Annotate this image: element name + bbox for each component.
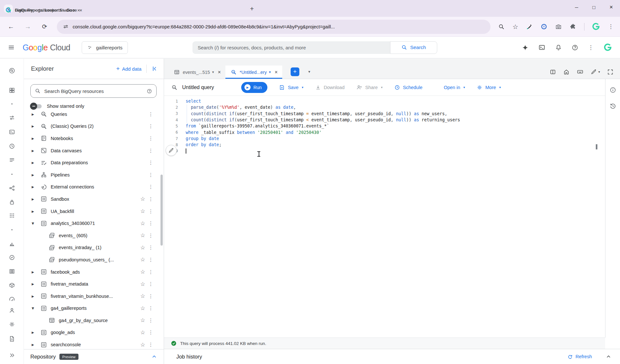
monitoring-icon[interactable]	[9, 296, 15, 303]
star-icon[interactable]: ☆	[138, 220, 148, 227]
account-avatar[interactable]	[603, 43, 612, 52]
tab-menu-caret-icon[interactable]: ▾	[269, 70, 271, 74]
apps-icon[interactable]	[9, 212, 15, 219]
address-bar[interactable]: console.cloud.google.com/bigquery?tc=eur…	[57, 20, 491, 34]
expander-icon[interactable]	[32, 148, 40, 154]
reload-button[interactable]: ⟳	[40, 23, 49, 30]
repository-section[interactable]: Repository Preview	[24, 349, 164, 364]
sql-workspace-icon[interactable]	[9, 129, 15, 135]
expand-rail-icon[interactable]	[9, 352, 15, 359]
expander-icon[interactable]	[32, 342, 40, 348]
expander-icon[interactable]	[32, 208, 40, 214]
discover-icon[interactable]	[9, 254, 15, 261]
columns-icon[interactable]	[9, 268, 15, 275]
docs-icon[interactable]	[9, 336, 15, 342]
download-button[interactable]: Download	[315, 85, 345, 90]
zoom-icon[interactable]	[498, 24, 505, 30]
more-options-icon[interactable]: ⋮	[148, 220, 154, 226]
gemini-icon[interactable]	[522, 44, 529, 51]
expander-icon[interactable]	[32, 184, 40, 190]
tree-row[interactable]: facebook_ads ☆ ⋮	[24, 266, 159, 278]
browser-tab[interactable]: BigQuery – gaillereports – Goo ×	[0, 3, 84, 17]
star-icon[interactable]: ☆	[138, 305, 148, 312]
editor-tab[interactable]: *Untitled...ery ▾ ×	[225, 66, 282, 79]
star-icon[interactable]: ☆	[138, 244, 148, 251]
navigation-menu-icon[interactable]	[8, 44, 15, 51]
star-icon[interactable]: ☆	[138, 341, 148, 348]
welcome-home-icon[interactable]	[563, 69, 570, 75]
expander-icon[interactable]	[32, 269, 40, 275]
extensions-icon[interactable]	[570, 23, 576, 30]
back-button[interactable]: ←	[6, 23, 16, 30]
expander-icon[interactable]	[32, 196, 40, 202]
add-data-button[interactable]: + Add data	[116, 65, 141, 72]
tab-close-icon[interactable]: ×	[77, 7, 80, 13]
star-icon[interactable]: ☆	[138, 329, 148, 336]
tab-menu-caret-icon[interactable]: ▾	[212, 70, 214, 74]
code-line[interactable]: 9	[164, 148, 605, 154]
more-options-icon[interactable]: ⋮	[148, 257, 154, 263]
browser-profile-avatar[interactable]	[592, 22, 600, 31]
expander-icon[interactable]	[32, 329, 40, 335]
code-line[interactable]: 7group by date	[164, 136, 605, 142]
close-tab-icon[interactable]: ×	[218, 69, 221, 75]
schedule-button[interactable]: Schedule	[394, 85, 422, 90]
expander-icon[interactable]	[32, 123, 40, 129]
expander-icon[interactable]	[32, 160, 40, 166]
code-line[interactable]: 6where _table_suffix between '20250401' …	[164, 129, 605, 136]
tree-row[interactable]: analytics_340360071 ☆ ⋮	[24, 217, 159, 229]
more-options-icon[interactable]: ⋮	[148, 269, 154, 275]
star-icon[interactable]: ☆	[138, 268, 148, 275]
code-line[interactable]: 8order by date;	[164, 142, 605, 148]
code-line[interactable]: 1select	[164, 98, 605, 104]
password-extension-icon[interactable]	[541, 23, 547, 30]
resource-search-input[interactable]: Search BigQuery resources	[30, 84, 157, 98]
tree-row[interactable]: fivetran_vitamin_bunkhouse... ☆ ⋮	[24, 290, 159, 302]
more-options-icon[interactable]: ⋮	[148, 172, 154, 178]
tree-row[interactable]: fivetran_metadata ☆ ⋮	[24, 278, 159, 290]
code-line[interactable]: 5from `gaillereports-399507.analytics_34…	[164, 123, 605, 129]
more-options-icon[interactable]: ⋮	[148, 160, 154, 166]
star-icon[interactable]: ☆	[138, 256, 148, 263]
run-button[interactable]: ▶ Run	[241, 82, 268, 93]
forward-button[interactable]: →	[23, 23, 32, 30]
more-button[interactable]: More▾	[477, 85, 501, 90]
star-icon[interactable]: ☆	[138, 208, 148, 215]
star-icon[interactable]: ☆	[138, 196, 148, 202]
tree-row[interactable]: UA_backfill ☆ ⋮	[24, 205, 159, 217]
expand-repository-icon[interactable]	[151, 354, 157, 360]
divider-dot-icon[interactable]	[9, 171, 15, 177]
star-icon[interactable]: ☆	[138, 293, 148, 299]
more-options-icon[interactable]: ⋮	[148, 281, 154, 287]
divider-dot-icon[interactable]	[9, 101, 15, 107]
tree-row[interactable]: events_intraday_ (1) ☆ ⋮	[24, 242, 159, 254]
bookmark-star-icon[interactable]: ☆	[512, 23, 518, 31]
more-options-icon[interactable]: ⋮	[148, 233, 154, 238]
tree-row[interactable]: events_ (605) ☆ ⋮	[24, 229, 159, 242]
help-icon[interactable]	[572, 44, 578, 51]
more-options-icon[interactable]: ⋮	[148, 136, 154, 141]
more-options-icon[interactable]: ⋮	[148, 342, 154, 348]
cloud-shell-icon[interactable]	[538, 44, 545, 51]
tree-row[interactable]: (Classic) Queries (2) ⋮	[24, 120, 159, 133]
collapse-job-history-icon[interactable]	[605, 354, 612, 360]
divider-dot-icon[interactable]	[9, 227, 15, 233]
editor-tab[interactable]: events_...515 ▾ ×	[169, 66, 225, 79]
dashboard-icon[interactable]	[9, 87, 15, 94]
tree-row[interactable]: ga4_gr_by_day_source ☆ ⋮	[24, 314, 159, 327]
new-tab-button[interactable]: +	[250, 5, 254, 13]
tree-row[interactable]: Pipelines ⋮	[24, 169, 159, 181]
security-icon[interactable]	[9, 199, 15, 205]
tree-row[interactable]: Data preparations ⋮	[24, 157, 159, 169]
more-options-icon[interactable]: ⋮	[148, 148, 154, 154]
tree-row[interactable]: Data canvases ⋮	[24, 145, 159, 157]
storage-icon[interactable]	[9, 282, 15, 288]
search-help-icon[interactable]	[147, 88, 152, 94]
project-picker[interactable]: gaillereports	[82, 41, 128, 54]
more-options-icon[interactable]: ⋮	[148, 196, 154, 202]
job-history-icon[interactable]	[609, 103, 616, 110]
code-line[interactable]: 2 parse_date('%Y%m%d', event_date) as da…	[164, 104, 605, 110]
expander-icon[interactable]	[32, 172, 40, 178]
share-button[interactable]: Share▾	[356, 84, 383, 90]
more-options-icon[interactable]: ⋮	[148, 123, 154, 129]
